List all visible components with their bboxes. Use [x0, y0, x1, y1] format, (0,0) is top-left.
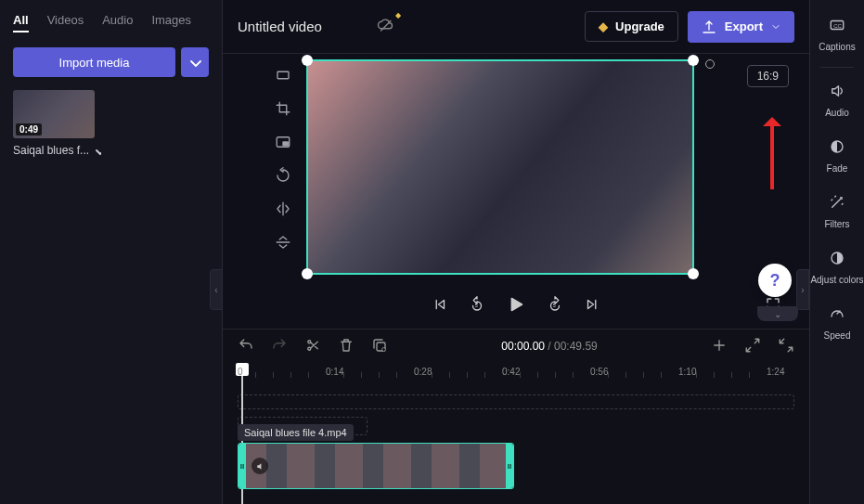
fade-tool[interactable]: Fade	[810, 131, 864, 181]
play-button[interactable]	[506, 294, 526, 318]
media-tabs: All Videos Audio Images	[13, 7, 209, 42]
project-title-input[interactable]	[238, 19, 368, 34]
clip-tooltip: Saiqal blues file 4.mp4	[238, 424, 354, 441]
clip-trim-left[interactable]: II	[239, 444, 246, 488]
resize-handle[interactable]	[688, 268, 699, 279]
media-item-name: Saiqal blues f...	[13, 144, 89, 157]
skip-forward-button[interactable]	[584, 296, 600, 317]
rotate-handle[interactable]	[705, 59, 715, 69]
tab-videos[interactable]: Videos	[47, 13, 84, 32]
timeline-timecode: 00:00.00 / 00:49.59	[501, 340, 597, 353]
clip-duration-badge: 0:49	[16, 123, 42, 136]
media-thumbnail: 0:49	[13, 90, 95, 138]
empty-track[interactable]	[238, 394, 794, 409]
contrast-icon	[810, 250, 864, 271]
undo-button[interactable]	[238, 337, 254, 356]
export-button[interactable]: Export	[688, 11, 794, 43]
rotate-icon[interactable]	[275, 167, 291, 184]
ruler-tick: 0:28	[414, 367, 432, 377]
cloud-sync-icon[interactable]: ◆	[377, 17, 393, 37]
ruler-tick: 0:56	[590, 367, 608, 377]
chevron-down-icon	[770, 21, 781, 32]
tab-audio[interactable]: Audio	[102, 13, 133, 32]
playbar: 5 5	[223, 283, 809, 330]
ruler-tick: 0:42	[502, 367, 520, 377]
collapse-right-panel-button[interactable]: ›	[796, 269, 809, 310]
zoom-in-button[interactable]	[778, 337, 794, 356]
ruler-tick: 0:14	[326, 367, 343, 377]
timeline-toolbar: 00:00.00 / 00:49.59	[223, 330, 809, 363]
flip-vertical-icon[interactable]	[275, 234, 291, 251]
svg-rect-1	[277, 71, 289, 79]
speedometer-icon	[810, 305, 864, 327]
resize-handle[interactable]	[688, 55, 699, 66]
pip-icon[interactable]	[275, 134, 291, 150]
aspect-ratio-button[interactable]: 16:9	[747, 65, 789, 87]
duplicate-button[interactable]	[371, 337, 388, 356]
svg-text:CC: CC	[833, 23, 842, 29]
captions-icon: CC	[810, 17, 864, 38]
redo-button[interactable]	[271, 337, 288, 356]
rewind-5-button[interactable]: 5	[469, 296, 485, 317]
upload-icon	[701, 19, 717, 35]
chevron-down-icon[interactable]	[93, 145, 101, 156]
zoom-out-button[interactable]	[744, 337, 761, 356]
flip-horizontal-icon[interactable]	[275, 200, 291, 217]
upgrade-label: Upgrade	[615, 19, 664, 33]
preview-tools	[275, 67, 291, 251]
fade-icon	[810, 138, 864, 160]
speaker-icon	[810, 83, 864, 104]
adjust-colors-tool[interactable]: Adjust colors	[810, 242, 864, 292]
forward-5-button[interactable]: 5	[547, 296, 563, 317]
help-button[interactable]: ?	[758, 264, 792, 297]
top-bar: ◆ ◆ Upgrade Export	[223, 0, 809, 54]
import-media-dropdown[interactable]	[181, 47, 209, 77]
split-button[interactable]	[304, 337, 321, 356]
diamond-icon: ◆	[599, 19, 608, 33]
chevron-down-icon	[187, 54, 203, 71]
svg-text:5: 5	[475, 303, 478, 308]
tab-all[interactable]: All	[13, 13, 29, 32]
media-item[interactable]: 0:49 Saiqal blues f...	[13, 90, 101, 157]
collapse-left-panel-button[interactable]: ‹	[210, 269, 223, 310]
clip-volume-icon[interactable]	[251, 458, 268, 474]
svg-text:5: 5	[553, 303, 556, 308]
ruler-tick: 1:10	[678, 367, 696, 377]
tab-images[interactable]: Images	[151, 13, 191, 32]
crop-icon[interactable]	[275, 100, 291, 117]
media-panel: All Videos Audio Images Import media 0:4…	[0, 0, 223, 504]
filters-tool[interactable]: Filters	[810, 187, 864, 237]
timeline-clip[interactable]: II II	[238, 443, 514, 489]
speed-tool[interactable]: Speed	[810, 298, 864, 348]
delete-button[interactable]	[338, 337, 355, 356]
import-media-button[interactable]: Import media	[13, 47, 175, 77]
ruler-tick: 0	[238, 367, 243, 377]
export-label: Export	[725, 19, 763, 33]
wand-icon	[810, 194, 864, 215]
svg-rect-3	[283, 142, 288, 146]
add-track-button[interactable]	[711, 337, 728, 356]
clip-trim-right[interactable]: II	[506, 444, 513, 488]
annotation-arrow	[770, 121, 774, 189]
premium-gem-icon: ◆	[395, 11, 401, 19]
audio-tool[interactable]: Audio	[810, 75, 864, 125]
timeline-ruler[interactable]: 00:140:280:420:561:101:24	[223, 363, 809, 387]
expand-drawer-button[interactable]: ⌄	[757, 306, 798, 321]
captions-tool[interactable]: CC Captions	[810, 9, 864, 59]
fit-icon[interactable]	[275, 67, 291, 84]
right-sidebar: CC Captions Audio Fade Filters Adjust co…	[809, 0, 864, 504]
skip-back-button[interactable]	[432, 296, 448, 317]
ruler-tick: 1:24	[767, 367, 784, 377]
timeline: 00:00.00 / 00:49.59 00:140:280:420:561:1…	[223, 329, 809, 504]
preview-canvas[interactable]	[306, 59, 694, 275]
resize-handle[interactable]	[302, 268, 313, 279]
upgrade-button[interactable]: ◆ Upgrade	[585, 11, 678, 42]
resize-handle[interactable]	[302, 55, 313, 66]
